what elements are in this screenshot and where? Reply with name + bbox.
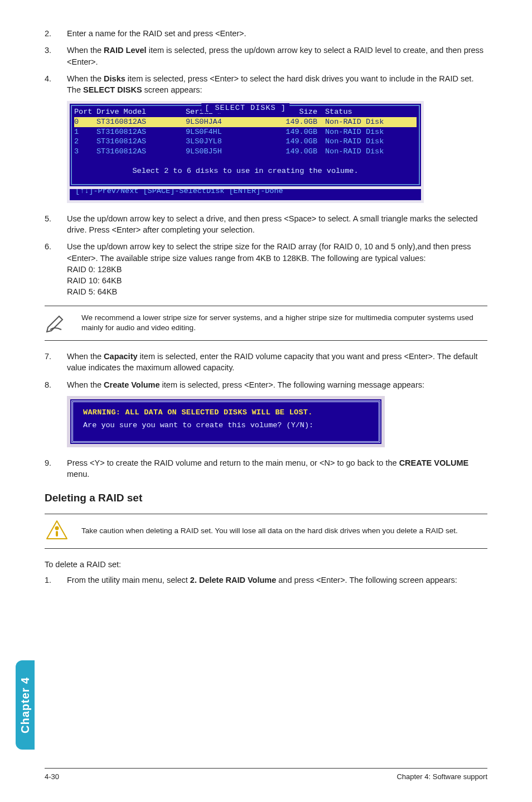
select-disks-title: [ SELECT DISKS ] [201,103,289,113]
step-9: 9. Press <Y> to create the RAID volume a… [45,457,487,480]
step-num: 3. [45,45,67,67]
caution-triangle-icon [45,519,70,544]
page-number: 4-30 [45,772,59,782]
caution-text: Take caution when deleting a RAID set. Y… [81,526,458,536]
step-text: Press <Y> to create the RAID volume and … [67,457,487,480]
warning-line1: WARNING: ALL DATA ON SELECTED DISKS WILL… [83,408,369,418]
select-disks-row: 0 ST3160812AS 9LS0HJA4 149.0GB Non-RAID … [74,117,417,127]
step-num: 2. [45,28,67,39]
delete-lead: To delete a RAID set: [45,559,487,570]
step-num: 8. [45,379,67,390]
step-text: Use the up/down arrow key to select a dr… [67,213,487,236]
select-disks-row: 2 ST3160812AS 3LS0JYL8 149.0GB Non-RAID … [74,137,417,147]
caution-delete-raid: Take caution when deleting a RAID set. Y… [45,514,487,549]
step-text: When the RAID Level item is selected, pr… [67,45,487,67]
heading-deleting-raid: Deleting a RAID set [45,491,487,506]
select-disks-footer: Select 2 to 6 disks to use in creating t… [74,166,417,176]
footer-chapter: Chapter 4: Software support [396,772,487,782]
steps-7-8: 7. When the Capacity item is selected, e… [45,351,487,390]
step-text: When the Create Volume item is selected,… [67,379,487,390]
step-text: Enter a name for the RAID set and press … [67,28,487,39]
step-text: When the Capacity item is selected, ente… [67,351,487,374]
steps-2-4: 2. Enter a name for the RAID set and pre… [45,28,487,95]
steps-5-6: 5. Use the up/down arrow key to select a… [45,213,487,298]
note-stripe-size: We recommend a lower stripe size for ser… [45,306,487,341]
svg-point-0 [55,526,59,530]
step-num: 6. [45,241,67,297]
step-num: 9. [45,457,67,480]
select-disks-row: 3 ST3160812AS 9LS0BJ5H 149.0GB Non-RAID … [74,147,417,157]
step-num: 5. [45,213,67,236]
svg-rect-1 [56,531,58,537]
page-footer: 4-30 Chapter 4: Software support [45,768,487,782]
step-text: From the utility main menu, select 2. De… [67,574,487,586]
step-text: Use the up/down arrow key to select the … [67,241,487,297]
step-num: 7. [45,351,67,374]
step-text: When the Disks item is selected, press <… [67,73,487,96]
step-num: 4. [45,73,67,96]
step-num: 1. [45,574,67,586]
chapter-side-tab: Chapter 4 [16,660,35,750]
pencil-note-icon [45,311,70,336]
select-disks-row: 1 ST3160812AS 9LS0F4HL 149.0GB Non-RAID … [74,127,417,137]
warning-prompt: WARNING: ALL DATA ON SELECTED DISKS WILL… [67,396,487,447]
warning-line2: Are you sure you want to create this vol… [83,421,369,431]
note-text: We recommend a lower stripe size for ser… [81,313,487,333]
select-disks-screenshot: [ SELECT DISKS ] Port Drive Model Serial… [67,101,487,202]
delete-step-1: 1. From the utility main menu, select 2.… [45,574,487,586]
